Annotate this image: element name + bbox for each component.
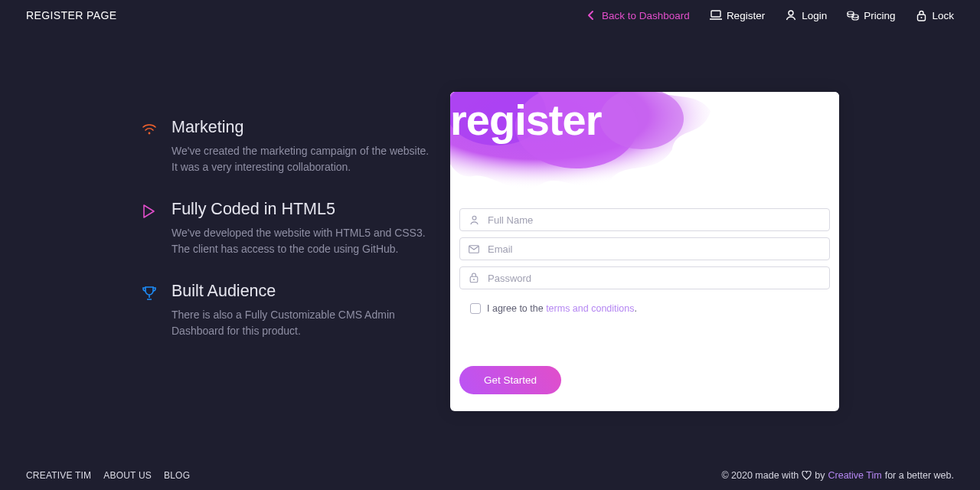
chevron-left-icon: [585, 9, 597, 21]
svg-point-2: [848, 11, 854, 15]
svg-point-1: [789, 11, 793, 15]
nav-label: Login: [802, 10, 827, 21]
feature-audience: Built Audience There is also a Fully Cus…: [141, 282, 432, 339]
page-title: REGISTER PAGE: [26, 9, 117, 21]
lock-icon: [468, 273, 480, 283]
copy-by: by: [815, 470, 825, 481]
main-content: Marketing We've created the marketing ca…: [0, 92, 980, 411]
feature-html5: Fully Coded in HTML5 We've developed the…: [141, 200, 432, 257]
nav-lock[interactable]: Lock: [915, 9, 954, 21]
feature-title: Fully Coded in HTML5: [172, 200, 432, 219]
nav-links: Back to Dashboard Register Login Pricing…: [585, 9, 954, 21]
fullname-input[interactable]: [480, 214, 822, 226]
footer-link-blog[interactable]: BLOG: [164, 470, 190, 481]
terms-link[interactable]: terms and conditions: [546, 303, 634, 314]
fullname-group: [459, 208, 830, 231]
register-card: register: [450, 92, 839, 411]
email-group: [459, 237, 830, 260]
top-nav: REGISTER PAGE Back to Dashboard Register…: [0, 0, 980, 31]
get-started-button[interactable]: Get Started: [459, 366, 561, 394]
nav-label: Back to Dashboard: [602, 10, 690, 21]
card-body: I agree to the terms and conditions.: [450, 199, 839, 328]
password-input[interactable]: [480, 273, 822, 284]
nav-back-to-dashboard[interactable]: Back to Dashboard: [585, 9, 690, 21]
card-footer: Get Started: [450, 328, 839, 411]
user-icon: [468, 215, 480, 225]
feature-marketing: Marketing We've created the marketing ca…: [141, 118, 432, 175]
footer-copy: © 2020 made with by Creative Tim for a b…: [721, 470, 954, 481]
wifi-icon: [141, 121, 158, 138]
agree-row: I agree to the terms and conditions.: [459, 296, 830, 314]
footer-link-about-us[interactable]: ABOUT US: [103, 470, 152, 481]
nav-label: Register: [727, 10, 765, 21]
feature-title: Built Audience: [172, 282, 432, 301]
nav-pricing[interactable]: Pricing: [847, 9, 895, 21]
card-header: register: [450, 92, 839, 199]
nav-label: Pricing: [864, 10, 895, 21]
password-group: [459, 266, 830, 289]
svg-point-6: [149, 132, 151, 135]
email-input[interactable]: [480, 243, 822, 255]
laptop-icon: [710, 9, 722, 21]
lock-icon: [915, 9, 927, 21]
copy-prefix: © 2020 made with: [721, 470, 799, 481]
features-column: Marketing We've created the marketing ca…: [141, 92, 432, 411]
copy-tail: for a better web.: [885, 470, 954, 481]
svg-point-5: [920, 17, 922, 18]
svg-point-10: [472, 216, 476, 220]
nav-login[interactable]: Login: [785, 9, 827, 21]
agree-prefix: I agree to the: [487, 303, 546, 314]
nav-label: Lock: [932, 10, 954, 21]
feature-desc: We've developed the website with HTML5 a…: [172, 225, 432, 257]
feature-title: Marketing: [172, 118, 432, 137]
trophy-icon: [141, 285, 158, 302]
agree-text: I agree to the terms and conditions.: [487, 303, 637, 314]
footer-ct-link[interactable]: Creative Tim: [828, 470, 882, 481]
user-icon: [785, 9, 797, 21]
agree-suffix: .: [634, 303, 636, 314]
page-footer: CREATIVE TIM ABOUT US BLOG © 2020 made w…: [0, 461, 980, 490]
card-heading: register: [450, 95, 601, 145]
feature-desc: We've created the marketing campaign of …: [172, 143, 432, 175]
footer-link-creative-tim[interactable]: CREATIVE TIM: [26, 470, 91, 481]
feature-desc: There is also a Fully Customizable CMS A…: [172, 307, 432, 339]
footer-links: CREATIVE TIM ABOUT US BLOG: [26, 470, 190, 481]
agree-checkbox[interactable]: [470, 303, 481, 314]
svg-point-13: [473, 279, 475, 280]
play-icon: [141, 203, 158, 220]
svg-rect-0: [711, 11, 720, 17]
coins-icon: [847, 9, 859, 21]
mail-icon: [468, 245, 480, 253]
heart-icon: [802, 471, 812, 480]
nav-register[interactable]: Register: [710, 9, 765, 21]
